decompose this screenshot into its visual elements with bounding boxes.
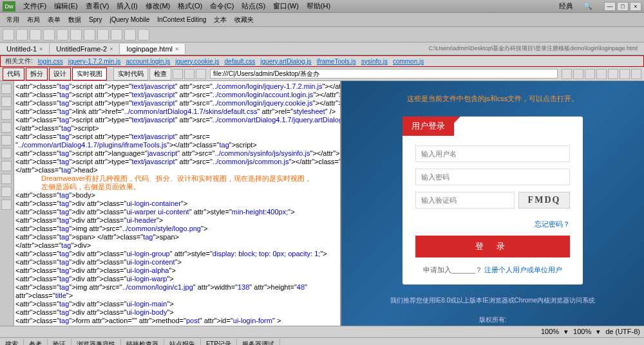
- tool-icon[interactable]: [30, 29, 41, 41]
- tb-form[interactable]: 表单: [44, 15, 64, 24]
- zoom-level-2[interactable]: 100%: [573, 328, 591, 336]
- close-button[interactable]: ×: [630, 2, 641, 11]
- tool-icon[interactable]: [631, 69, 641, 79]
- username-input[interactable]: [415, 145, 570, 162]
- minimize-button[interactable]: —: [604, 2, 616, 11]
- sidebar-tool-icon[interactable]: [1, 187, 12, 197]
- related-file[interactable]: sysinfo.js: [359, 58, 390, 65]
- btab-reference[interactable]: 参考: [24, 339, 48, 346]
- captcha-input[interactable]: [415, 192, 515, 209]
- workspace-mode[interactable]: 经典: [555, 1, 577, 11]
- tb-fav[interactable]: 收藏夹: [231, 15, 258, 24]
- sidebar-tool-icon[interactable]: [1, 161, 12, 171]
- sidebar-tool-icon[interactable]: [1, 135, 12, 145]
- related-file[interactable]: default.css: [223, 58, 258, 65]
- sidebar-tool-icon[interactable]: [1, 174, 12, 184]
- tb-text[interactable]: 文本: [210, 15, 231, 24]
- sidebar-tool-icon[interactable]: [1, 109, 12, 120]
- tool-icon[interactable]: [620, 69, 630, 79]
- insert-toolbar: 常用 布局 表单 数据 Spry jQuery Mobile InContext…: [0, 13, 644, 27]
- menu-insert[interactable]: 插入(I): [113, 1, 141, 11]
- tool-icon[interactable]: [573, 69, 583, 79]
- sidebar-tool-icon[interactable]: [1, 200, 12, 210]
- encoding[interactable]: de (UTF-8): [605, 328, 640, 336]
- tool-icon[interactable]: [70, 29, 82, 41]
- related-file[interactable]: jquery.artDialog.js: [258, 58, 313, 65]
- code-sidebar: [0, 81, 14, 326]
- tool-icon[interactable]: [97, 29, 109, 41]
- btab-search[interactable]: 搜索: [0, 339, 24, 346]
- tool-icon[interactable]: [57, 29, 68, 41]
- tool-icon[interactable]: [111, 29, 122, 41]
- sidebar-tool-icon[interactable]: [1, 122, 12, 133]
- tb-incontext[interactable]: InContext Editing: [153, 16, 210, 23]
- view-design[interactable]: 设计: [49, 68, 71, 80]
- refresh-icon[interactable]: [196, 69, 206, 79]
- icon-toolbar: [0, 27, 644, 42]
- btab-validate[interactable]: 验证: [48, 339, 71, 346]
- related-file[interactable]: login.css: [36, 58, 65, 65]
- forgot-password-link[interactable]: 忘记密码？: [402, 218, 583, 236]
- view-inspect[interactable]: 检查: [149, 68, 171, 80]
- tb-layout[interactable]: 布局: [23, 15, 44, 24]
- tool-icon[interactable]: [596, 69, 607, 79]
- register-link[interactable]: 注册个人用户或单位用户: [484, 266, 562, 274]
- related-file[interactable]: jquery-1.7.2.min.js: [66, 58, 123, 65]
- btab-compat[interactable]: 浏览器兼容性: [71, 339, 121, 346]
- nav-icon[interactable]: [184, 69, 194, 79]
- tool-icon[interactable]: [84, 29, 95, 41]
- btab-serverdebug[interactable]: 服务器调试: [237, 339, 280, 346]
- search-icon[interactable]: 🔍: [580, 2, 596, 10]
- tb-spry[interactable]: Spry: [85, 16, 106, 23]
- password-input[interactable]: [415, 169, 570, 185]
- close-icon[interactable]: ×: [109, 46, 113, 52]
- code-editor[interactable]: <attr">class="tag">script attr">type="te…: [14, 81, 341, 326]
- view-livecode[interactable]: 实时代码: [113, 68, 148, 80]
- menu-command[interactable]: 命令(C): [206, 1, 238, 11]
- tool-icon[interactable]: [562, 69, 572, 79]
- tab-untitledframe2[interactable]: UntitledFrame-2×: [50, 44, 120, 54]
- tool-icon[interactable]: [16, 29, 28, 41]
- close-icon[interactable]: ×: [39, 46, 43, 52]
- sidebar-tool-icon[interactable]: [1, 97, 12, 107]
- maximize-button[interactable]: □: [617, 2, 629, 11]
- captcha-image[interactable]: FMDQ: [518, 192, 570, 209]
- menu-view[interactable]: 查看(V): [82, 1, 113, 11]
- menu-site[interactable]: 站点(S): [238, 1, 269, 11]
- sidebar-tool-icon[interactable]: [1, 148, 12, 158]
- tb-common[interactable]: 常用: [3, 15, 23, 24]
- related-file[interactable]: common.js: [391, 58, 426, 65]
- tool-icon[interactable]: [608, 69, 618, 79]
- tab-untitled1[interactable]: Untitled-1×: [0, 44, 50, 54]
- menu-help[interactable]: 帮助(H): [303, 1, 334, 11]
- tb-jqmobile[interactable]: jQuery Mobile: [106, 16, 154, 23]
- tb-data[interactable]: 数据: [64, 15, 85, 24]
- related-file[interactable]: jquery.cookie.js: [173, 58, 221, 65]
- app-logo: Dw: [3, 1, 15, 12]
- sidebar-tool-icon[interactable]: [1, 84, 12, 94]
- tool-icon[interactable]: [43, 29, 55, 41]
- zoom-level[interactable]: 100%: [541, 328, 559, 336]
- menu-edit[interactable]: 编辑(E): [50, 1, 82, 11]
- tool-icon[interactable]: [585, 69, 595, 79]
- btab-ftp[interactable]: FTP记录: [201, 339, 237, 346]
- login-button[interactable]: 登 录: [415, 236, 570, 257]
- view-code[interactable]: 代码: [3, 68, 24, 80]
- tool-icon[interactable]: [124, 29, 136, 41]
- related-file[interactable]: iframeTools.js: [315, 58, 358, 65]
- menu-file[interactable]: 文件(F): [19, 1, 50, 11]
- related-file[interactable]: account.login.js: [124, 58, 172, 65]
- nav-icon[interactable]: [173, 69, 183, 79]
- menu-format[interactable]: 格式(O): [174, 1, 206, 11]
- tool-icon[interactable]: [3, 29, 14, 41]
- menu-window[interactable]: 窗口(W): [269, 1, 303, 11]
- tab-loginpage[interactable]: loginpage.html×: [120, 44, 185, 54]
- btab-linkcheck[interactable]: 链接检查器: [121, 339, 164, 346]
- tool-icon[interactable]: [138, 29, 149, 41]
- view-live[interactable]: 实时视图: [72, 68, 107, 80]
- view-split[interactable]: 拆分: [26, 68, 48, 80]
- close-icon[interactable]: ×: [175, 46, 178, 52]
- address-bar[interactable]: [210, 69, 558, 79]
- btab-sitereport[interactable]: 站点报告: [164, 339, 201, 346]
- menu-modify[interactable]: 修改(M): [142, 1, 175, 11]
